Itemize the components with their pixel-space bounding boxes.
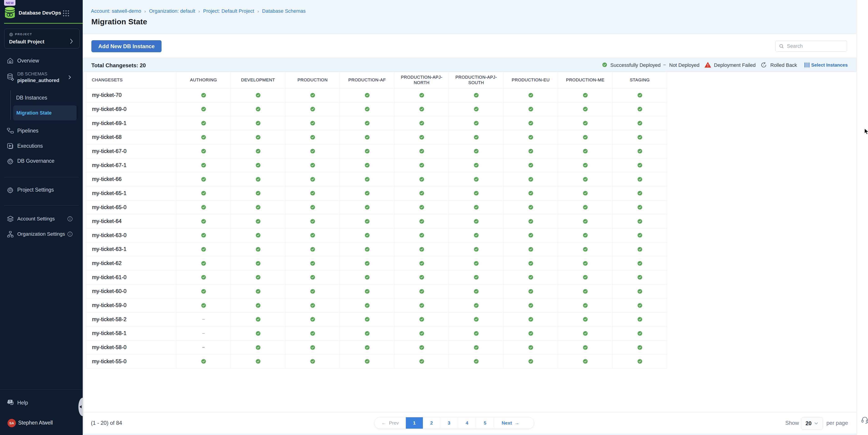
- svg-text:?: ?: [9, 400, 11, 403]
